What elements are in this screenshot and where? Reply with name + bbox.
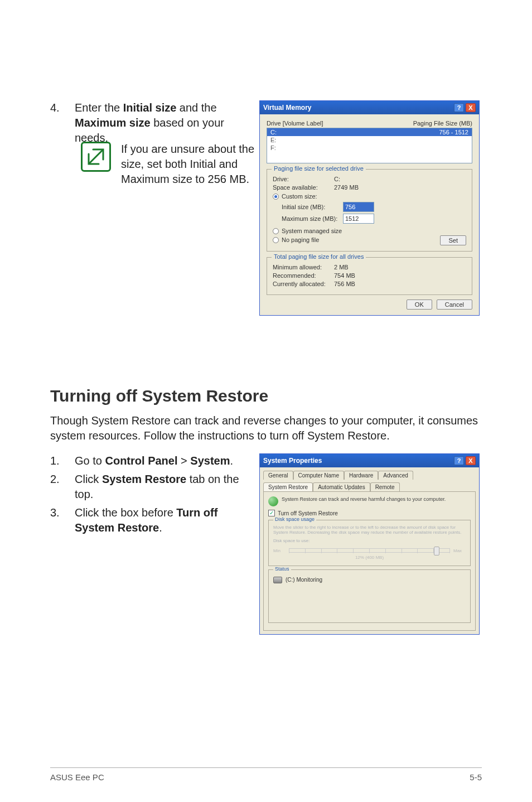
disk-group-title: Disk space usage	[273, 516, 316, 522]
min-label: Minimum allowed:	[273, 264, 334, 270]
radio-custom-size[interactable]: Custom size:	[273, 193, 466, 200]
drive-value: C:	[334, 176, 340, 182]
step4-number: 4.	[50, 100, 67, 146]
vm-title: Virtual Memory	[263, 104, 311, 112]
disk-desc: Move the slider to the right to increase…	[273, 525, 466, 535]
ok-button[interactable]: OK	[407, 299, 432, 310]
cur-label: Currently allocated:	[273, 281, 334, 287]
group-disk-space: Disk space usage Move the slider to the …	[268, 520, 471, 566]
drive-label: Drive:	[273, 176, 334, 182]
slider-max: Max	[453, 548, 466, 553]
restore-icon	[268, 496, 278, 506]
drive-list[interactable]: C:756 - 1512 E: F:	[267, 128, 472, 163]
rec-value: 754 MB	[334, 272, 355, 279]
note-text: If you are unsure about the size, set bo…	[121, 142, 279, 187]
note-icon	[81, 142, 111, 172]
section-heading: Turning off System Restore	[50, 386, 482, 405]
drive-row-e[interactable]: E:	[267, 136, 472, 144]
help-icon[interactable]: ?	[454, 456, 464, 465]
step2-number: 2.	[50, 472, 67, 502]
drive-row-c[interactable]: C:756 - 1512	[267, 128, 472, 136]
min-value: 2 MB	[334, 264, 349, 270]
group1-title: Paging file size for selected drive	[272, 165, 366, 172]
tab-general[interactable]: General	[263, 471, 293, 480]
group-status: Status (C:) Monitoring	[268, 569, 471, 623]
footer-left: ASUS Eee PC	[50, 772, 104, 782]
maximum-size-input[interactable]: 1512	[343, 214, 374, 224]
radio-no-paging[interactable]: No paging file	[273, 236, 342, 243]
step3-number: 3.	[50, 505, 67, 535]
tab-advanced[interactable]: Advanced	[378, 471, 413, 480]
tab-automatic-updates[interactable]: Automatic Updates	[313, 482, 370, 491]
close-icon[interactable]: X	[466, 456, 476, 465]
group-selected-drive: Paging file size for selected drive Driv…	[267, 169, 472, 252]
tab-system-restore[interactable]: System Restore	[263, 482, 313, 491]
system-properties-dialog: System Properties ? X General Computer N…	[259, 453, 480, 635]
step3-text: Click the box before Turn off System Res…	[75, 505, 248, 535]
cur-value: 756 MB	[334, 281, 355, 287]
status-group-title: Status	[273, 566, 291, 572]
space-label: Space available:	[273, 184, 334, 191]
disk-space-slider[interactable]: Min Max	[273, 548, 466, 553]
virtual-memory-dialog: Virtual Memory ? X Drive [Volume Label] …	[259, 100, 480, 316]
help-icon[interactable]: ?	[454, 103, 464, 112]
initial-size-input[interactable]: 756	[343, 202, 374, 212]
col-pagefile: Paging File Size (MB)	[413, 120, 472, 127]
tab-hardware[interactable]: Hardware	[344, 471, 378, 480]
maximum-size-label: Maximum size (MB):	[282, 215, 343, 222]
turn-off-restore-checkbox[interactable]: Turn off System Restore	[268, 510, 471, 516]
sp-title: System Properties	[263, 457, 322, 465]
col-drive: Drive [Volume Label]	[267, 120, 323, 127]
slider-min: Min	[273, 548, 286, 553]
step2-text: Click System Restore tab on the top.	[75, 472, 248, 502]
tab-remote[interactable]: Remote	[370, 482, 400, 491]
tab-computer-name[interactable]: Computer Name	[293, 471, 344, 480]
rec-label: Recommended:	[273, 272, 334, 279]
tab-row-2: System Restore Automatic Updates Remote	[263, 483, 476, 491]
space-value: 2749 MB	[334, 184, 359, 191]
drive-icon	[273, 577, 282, 583]
tab-row-1: General Computer Name Hardware Advanced	[263, 471, 476, 480]
close-icon[interactable]: X	[466, 103, 476, 112]
set-button[interactable]: Set	[440, 235, 466, 245]
radio-system-managed[interactable]: System managed size	[273, 228, 342, 234]
footer-right: 5-5	[470, 772, 482, 782]
section-intro: Though System Restore can track and reve…	[50, 413, 482, 443]
sp-description: System Restore can track and reverse har…	[282, 496, 446, 506]
cancel-button[interactable]: Cancel	[437, 299, 472, 310]
step1-text: Go to Control Panel > System.	[75, 453, 248, 468]
status-item: (C:) Monitoring	[286, 577, 322, 583]
step1-number: 1.	[50, 453, 67, 468]
initial-size-label: Initial size (MB):	[282, 204, 343, 210]
slider-knob[interactable]	[434, 547, 439, 555]
group2-title: Total paging file size for all drives	[272, 253, 366, 260]
disk-space-label: Disk space to use:	[273, 538, 466, 543]
drive-row-f[interactable]: F:	[267, 144, 472, 152]
group-total: Total paging file size for all drives Mi…	[267, 257, 472, 295]
step4-text: Enter the Initial size and the Maximum s…	[75, 100, 248, 146]
